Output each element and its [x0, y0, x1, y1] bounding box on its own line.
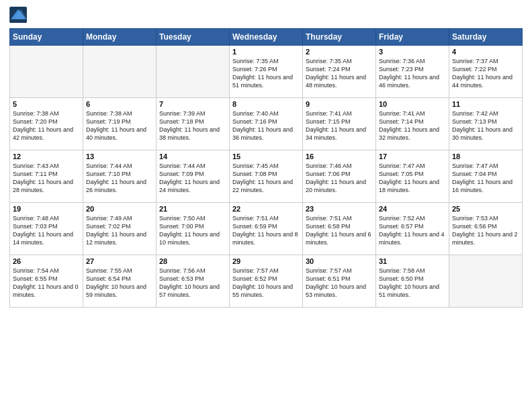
calendar-cell: [449, 255, 523, 308]
calendar-cell: 27Sunrise: 7:55 AM Sunset: 6:54 PM Dayli…: [83, 255, 157, 308]
calendar-week-row: 26Sunrise: 7:54 AM Sunset: 6:55 PM Dayli…: [10, 255, 523, 308]
calendar-cell: 11Sunrise: 7:42 AM Sunset: 7:13 PM Dayli…: [449, 98, 523, 150]
day-number: 8: [232, 100, 300, 108]
calendar-cell: 3Sunrise: 7:36 AM Sunset: 7:23 PM Daylig…: [376, 46, 449, 98]
day-number: 20: [86, 205, 153, 213]
calendar-cell: 23Sunrise: 7:51 AM Sunset: 6:58 PM Dayli…: [303, 203, 376, 255]
cell-text: Sunrise: 7:57 AM Sunset: 6:52 PM Dayligh…: [232, 267, 300, 300]
calendar-header-row: SundayMondayTuesdayWednesdayThursdayFrid…: [10, 29, 523, 46]
calendar-cell: 14Sunrise: 7:44 AM Sunset: 7:09 PM Dayli…: [157, 150, 230, 203]
day-number: 30: [306, 257, 373, 265]
logo-icon: [9, 7, 28, 23]
cell-text: Sunrise: 7:47 AM Sunset: 7:04 PM Dayligh…: [452, 162, 519, 195]
calendar-cell: 7Sunrise: 7:39 AM Sunset: 7:18 PM Daylig…: [157, 98, 230, 150]
day-number: 11: [452, 100, 519, 108]
calendar-cell: 26Sunrise: 7:54 AM Sunset: 6:55 PM Dayli…: [10, 255, 83, 308]
weekday-header: Thursday: [303, 29, 376, 46]
day-number: 2: [306, 48, 373, 56]
cell-text: Sunrise: 7:45 AM Sunset: 7:08 PM Dayligh…: [232, 162, 300, 195]
calendar-cell: 30Sunrise: 7:57 AM Sunset: 6:51 PM Dayli…: [303, 255, 376, 308]
cell-text: Sunrise: 7:48 AM Sunset: 7:03 PM Dayligh…: [13, 214, 80, 247]
day-number: 25: [452, 205, 519, 213]
calendar-cell: 25Sunrise: 7:53 AM Sunset: 6:56 PM Dayli…: [449, 203, 523, 255]
cell-text: Sunrise: 7:46 AM Sunset: 7:06 PM Dayligh…: [306, 162, 373, 195]
weekday-header: Friday: [376, 29, 449, 46]
cell-text: Sunrise: 7:44 AM Sunset: 7:09 PM Dayligh…: [159, 162, 226, 195]
calendar-cell: 17Sunrise: 7:47 AM Sunset: 7:05 PM Dayli…: [376, 150, 449, 203]
day-number: 10: [379, 100, 446, 108]
cell-text: Sunrise: 7:53 AM Sunset: 6:56 PM Dayligh…: [452, 214, 519, 247]
day-number: 5: [13, 100, 80, 108]
weekday-header: Wednesday: [230, 29, 303, 46]
calendar-cell: 19Sunrise: 7:48 AM Sunset: 7:03 PM Dayli…: [10, 203, 83, 255]
calendar-cell: 8Sunrise: 7:40 AM Sunset: 7:16 PM Daylig…: [230, 98, 303, 150]
cell-text: Sunrise: 7:54 AM Sunset: 6:55 PM Dayligh…: [13, 267, 80, 300]
calendar-cell: 1Sunrise: 7:35 AM Sunset: 7:26 PM Daylig…: [230, 46, 303, 98]
calendar-cell: 6Sunrise: 7:38 AM Sunset: 7:19 PM Daylig…: [83, 98, 157, 150]
cell-text: Sunrise: 7:49 AM Sunset: 7:02 PM Dayligh…: [86, 214, 153, 247]
cell-text: Sunrise: 7:38 AM Sunset: 7:20 PM Dayligh…: [13, 109, 80, 142]
calendar-cell: 20Sunrise: 7:49 AM Sunset: 7:02 PM Dayli…: [83, 203, 157, 255]
day-number: 1: [232, 48, 300, 56]
day-number: 13: [86, 152, 153, 161]
calendar-week-row: 5Sunrise: 7:38 AM Sunset: 7:20 PM Daylig…: [10, 98, 523, 150]
calendar-cell: 12Sunrise: 7:43 AM Sunset: 7:11 PM Dayli…: [10, 150, 83, 203]
weekday-header: Sunday: [10, 29, 83, 46]
cell-text: Sunrise: 7:56 AM Sunset: 6:53 PM Dayligh…: [159, 267, 226, 300]
cell-text: Sunrise: 7:35 AM Sunset: 7:26 PM Dayligh…: [232, 57, 300, 90]
cell-text: Sunrise: 7:51 AM Sunset: 6:59 PM Dayligh…: [232, 214, 300, 247]
calendar-cell: [83, 46, 157, 98]
logo: [9, 7, 31, 23]
calendar-cell: 2Sunrise: 7:35 AM Sunset: 7:24 PM Daylig…: [303, 46, 376, 98]
calendar-cell: 24Sunrise: 7:52 AM Sunset: 6:57 PM Dayli…: [376, 203, 449, 255]
cell-text: Sunrise: 7:41 AM Sunset: 7:15 PM Dayligh…: [306, 109, 373, 142]
cell-text: Sunrise: 7:43 AM Sunset: 7:11 PM Dayligh…: [13, 162, 80, 195]
calendar-cell: 29Sunrise: 7:57 AM Sunset: 6:52 PM Dayli…: [230, 255, 303, 308]
day-number: 14: [159, 152, 226, 161]
calendar-week-row: 12Sunrise: 7:43 AM Sunset: 7:11 PM Dayli…: [10, 150, 523, 203]
day-number: 26: [13, 257, 80, 265]
calendar-cell: 13Sunrise: 7:44 AM Sunset: 7:10 PM Dayli…: [83, 150, 157, 203]
day-number: 3: [379, 48, 446, 56]
day-number: 22: [232, 205, 300, 213]
calendar-cell: 15Sunrise: 7:45 AM Sunset: 7:08 PM Dayli…: [230, 150, 303, 203]
day-number: 17: [379, 152, 446, 161]
cell-text: Sunrise: 7:50 AM Sunset: 7:00 PM Dayligh…: [159, 214, 226, 247]
calendar-cell: 10Sunrise: 7:41 AM Sunset: 7:14 PM Dayli…: [376, 98, 449, 150]
day-number: 23: [306, 205, 373, 213]
calendar: SundayMondayTuesdayWednesdayThursdayFrid…: [9, 28, 523, 308]
cell-text: Sunrise: 7:38 AM Sunset: 7:19 PM Dayligh…: [86, 109, 153, 142]
cell-text: Sunrise: 7:35 AM Sunset: 7:24 PM Dayligh…: [306, 57, 373, 90]
day-number: 31: [379, 257, 446, 265]
cell-text: Sunrise: 7:37 AM Sunset: 7:22 PM Dayligh…: [452, 57, 519, 90]
day-number: 21: [159, 205, 226, 213]
day-number: 4: [452, 48, 519, 56]
page-header: [9, 7, 523, 23]
cell-text: Sunrise: 7:40 AM Sunset: 7:16 PM Dayligh…: [232, 109, 300, 142]
cell-text: Sunrise: 7:47 AM Sunset: 7:05 PM Dayligh…: [379, 162, 446, 195]
day-number: 29: [232, 257, 300, 265]
cell-text: Sunrise: 7:39 AM Sunset: 7:18 PM Dayligh…: [159, 109, 226, 142]
calendar-week-row: 19Sunrise: 7:48 AM Sunset: 7:03 PM Dayli…: [10, 203, 523, 255]
day-number: 24: [379, 205, 446, 213]
day-number: 28: [159, 257, 226, 265]
day-number: 27: [86, 257, 153, 265]
day-number: 16: [306, 152, 373, 161]
calendar-cell: 4Sunrise: 7:37 AM Sunset: 7:22 PM Daylig…: [449, 46, 523, 98]
calendar-cell: 18Sunrise: 7:47 AM Sunset: 7:04 PM Dayli…: [449, 150, 523, 203]
weekday-header: Monday: [83, 29, 157, 46]
day-number: 18: [452, 152, 519, 161]
calendar-cell: 22Sunrise: 7:51 AM Sunset: 6:59 PM Dayli…: [230, 203, 303, 255]
day-number: 9: [306, 100, 373, 108]
calendar-cell: 31Sunrise: 7:58 AM Sunset: 6:50 PM Dayli…: [376, 255, 449, 308]
calendar-cell: [157, 46, 230, 98]
cell-text: Sunrise: 7:41 AM Sunset: 7:14 PM Dayligh…: [379, 109, 446, 142]
calendar-cell: 16Sunrise: 7:46 AM Sunset: 7:06 PM Dayli…: [303, 150, 376, 203]
day-number: 15: [232, 152, 300, 161]
day-number: 7: [159, 100, 226, 108]
calendar-cell: 5Sunrise: 7:38 AM Sunset: 7:20 PM Daylig…: [10, 98, 83, 150]
day-number: 6: [86, 100, 153, 108]
day-number: 19: [13, 205, 80, 213]
calendar-week-row: 1Sunrise: 7:35 AM Sunset: 7:26 PM Daylig…: [10, 46, 523, 98]
cell-text: Sunrise: 7:42 AM Sunset: 7:13 PM Dayligh…: [452, 109, 519, 142]
